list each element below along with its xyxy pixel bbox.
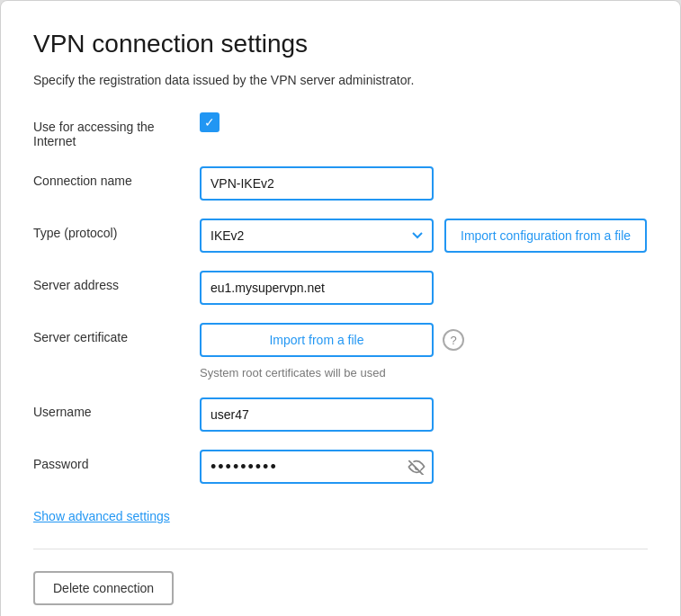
select-wrapper: IKEv2 OpenVPN L2TP PPTP Import configura…: [200, 219, 648, 253]
page-title: VPN connection settings: [33, 30, 648, 58]
connection-name-row: Connection name: [33, 166, 648, 201]
eye-off-icon: [407, 459, 426, 475]
subtitle-text: Specify the registration data issued by …: [33, 73, 648, 87]
use-internet-label: Use for accessing the Internet: [33, 112, 200, 148]
type-protocol-select[interactable]: IKEv2 OpenVPN L2TP PPTP: [200, 219, 434, 253]
type-protocol-label: Type (protocol): [33, 219, 200, 240]
server-address-control: [200, 271, 648, 305]
password-row: Password: [33, 450, 648, 484]
password-input[interactable]: [200, 450, 434, 484]
checkbox-check-icon: ✓: [204, 116, 215, 129]
server-address-input[interactable]: [200, 271, 434, 305]
import-config-button[interactable]: Import configuration from a file: [444, 219, 647, 253]
use-internet-control: ✓: [200, 112, 648, 132]
server-certificate-row: Server certificate Import from a file ? …: [33, 323, 648, 379]
server-address-row: Server address: [33, 271, 648, 305]
vpn-settings-dialog: VPN connection settings Specify the regi…: [0, 0, 681, 616]
divider: [33, 549, 648, 549]
cert-import-row: Import from a file ?: [200, 323, 648, 357]
help-icon-label: ?: [450, 334, 456, 347]
use-internet-row: Use for accessing the Internet ✓: [33, 112, 648, 148]
password-wrapper: [200, 450, 434, 484]
password-label: Password: [33, 450, 200, 471]
toggle-password-button[interactable]: [407, 459, 426, 475]
use-internet-checkbox[interactable]: ✓: [200, 112, 220, 132]
username-control: [200, 397, 648, 432]
username-label: Username: [33, 397, 200, 419]
system-root-hint: System root certificates will be used: [200, 366, 648, 379]
certificate-area: Import from a file ? System root certifi…: [200, 323, 648, 379]
help-icon[interactable]: ?: [443, 329, 464, 351]
server-certificate-control: Import from a file ? System root certifi…: [200, 323, 648, 379]
type-protocol-row: Type (protocol) IKEv2 OpenVPN L2TP PPTP …: [33, 219, 648, 253]
delete-connection-button[interactable]: Delete connection: [33, 571, 174, 605]
type-protocol-control: IKEv2 OpenVPN L2TP PPTP Import configura…: [200, 219, 648, 253]
server-address-label: Server address: [33, 271, 200, 292]
connection-name-control: [200, 166, 648, 201]
connection-name-label: Connection name: [33, 166, 200, 188]
server-certificate-label: Server certificate: [33, 323, 200, 344]
connection-name-input[interactable]: [200, 166, 434, 201]
show-advanced-link[interactable]: Show advanced settings: [33, 509, 170, 523]
import-from-file-button[interactable]: Import from a file: [200, 323, 434, 357]
password-control: [200, 450, 648, 484]
username-row: Username: [33, 397, 648, 432]
username-input[interactable]: [200, 397, 434, 432]
